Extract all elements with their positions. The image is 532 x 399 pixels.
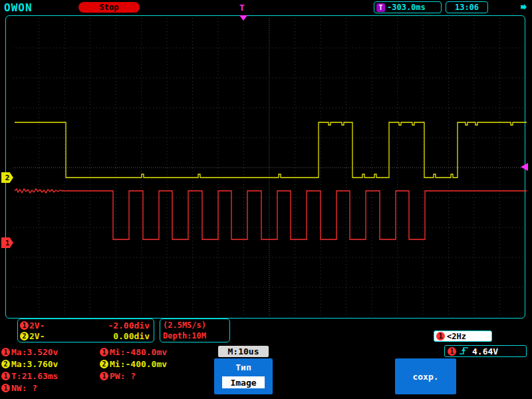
- channel-scale-box: 1 2V- -2.00div 2 2V- 0.00div: [17, 319, 154, 342]
- ch2-volts-per-div: 2V-: [29, 331, 45, 341]
- meas-badge: 1: [100, 348, 108, 356]
- meas-badge: 1: [100, 372, 108, 380]
- meas-value: T:21.63ms: [11, 371, 58, 381]
- trigger-level-readout: 1 4.64V: [444, 345, 527, 357]
- run-state-badge: Stop: [78, 2, 140, 13]
- meas-value: Ma:3.760v: [11, 359, 58, 369]
- meas-value: Mi:-400.0mv: [110, 359, 167, 369]
- clock: 13:06: [446, 1, 488, 13]
- measure-ch1-period: 1 T:21.63ms: [1, 370, 58, 381]
- ch1-badge: 1: [20, 321, 29, 330]
- ch2-badge: 2: [20, 332, 29, 340]
- meas-badge: 1: [1, 372, 10, 380]
- meas-badge: 1: [1, 348, 10, 356]
- meas-value: NW: ?: [11, 383, 37, 393]
- ch2-position: 0.00div: [113, 331, 150, 341]
- ch1-volts-per-div: 2V-: [29, 321, 45, 331]
- frequency-counter: 1 <2Hz: [434, 331, 492, 342]
- brand-logo: OWON: [4, 1, 33, 14]
- measure-ch1-max: 1 Ma:3.520v: [1, 346, 58, 357]
- trigger-channel-badge: 1: [448, 347, 456, 356]
- ch1-position: -2.00div: [108, 321, 150, 331]
- trigger-level-value: 4.64V: [472, 346, 498, 356]
- meas-badge: 1: [1, 384, 10, 392]
- memory-depth: Depth:10M: [163, 331, 227, 340]
- save-button[interactable]: coxp.: [395, 358, 456, 394]
- oscilloscope-screen: OWON Stop T T -303.0ms 13:06 2 1 1 2V- -…: [0, 0, 532, 399]
- trigger-icon: T: [376, 3, 385, 12]
- meas-value: Mi:-480.0mv: [110, 347, 167, 357]
- measure-ch2-min: 2 Mi:-400.0mv: [100, 358, 167, 369]
- meas-badge: 2: [1, 360, 10, 368]
- ch2-scale-row: 2 2V- 0.00div: [20, 331, 150, 341]
- measure-ch1-min: 1 Mi:-480.0mv: [100, 346, 167, 357]
- trigger-offset-readout: T -303.0ms: [374, 1, 442, 13]
- measure-ch2-max: 2 Ma:3.760v: [1, 358, 58, 369]
- meas-value: PW: ?: [110, 371, 136, 381]
- ch1-scale-row: 1 2V- -2.00div: [20, 321, 150, 331]
- rising-edge-icon: [459, 346, 469, 356]
- trigger-position-label: T: [239, 3, 245, 13]
- acquisition-info-box: (2.5MS/s) Depth:10M: [160, 319, 230, 342]
- measure-ch1-pw: 1 PW: ?: [100, 370, 136, 381]
- trigger-offset-value: -303.0ms: [387, 3, 426, 12]
- meas-badge: 2: [100, 360, 108, 368]
- timebase-readout: M:10us: [218, 346, 269, 357]
- meas-value: Ma:3.520v: [11, 347, 58, 357]
- type-menu-value[interactable]: Image: [222, 376, 265, 388]
- measure-ch1-nw: 1 NW: ?: [1, 382, 37, 393]
- graticule-frame: [5, 15, 525, 319]
- top-status-bar: OWON Stop T T -303.0ms 13:06: [0, 0, 532, 15]
- sample-rate: (2.5MS/s): [163, 321, 227, 330]
- freq-channel-badge: 1: [436, 332, 445, 340]
- usb-indicator-icon: [521, 4, 527, 10]
- frequency-value: <2Hz: [447, 332, 466, 341]
- type-menu-button[interactable]: Тип Image: [214, 358, 273, 394]
- type-menu-label: Тип: [214, 362, 273, 372]
